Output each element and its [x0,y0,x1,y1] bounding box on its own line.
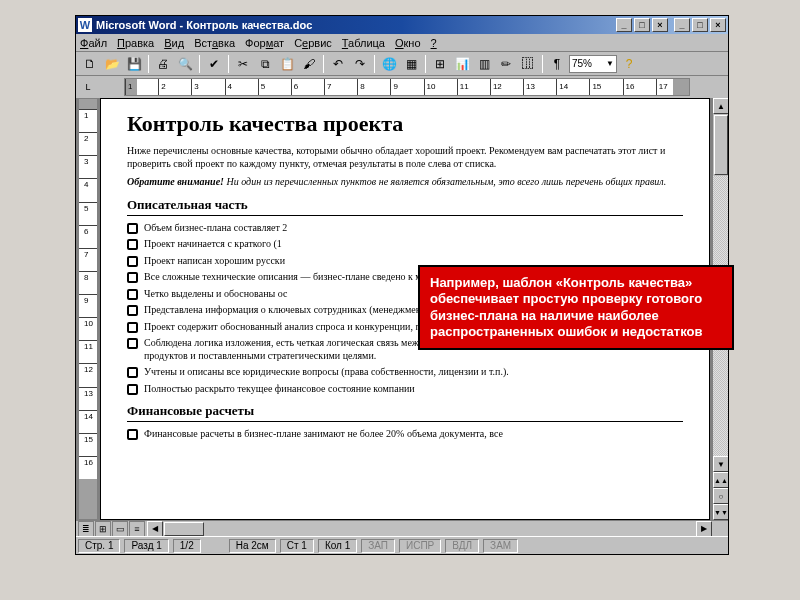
next-page-icon[interactable]: ▼▼ [713,504,728,520]
status-rec: ЗАП [361,539,395,553]
maximize-doc-button[interactable]: □ [634,18,650,32]
cut-icon[interactable]: ✂ [233,54,253,74]
doc-heading: Контроль качества проекта [127,111,683,137]
select-browse-icon[interactable]: ○ [713,488,728,504]
status-ovr: ЗАМ [483,539,518,553]
prev-page-icon[interactable]: ▲▲ [713,472,728,488]
close-doc-button[interactable]: × [652,18,668,32]
save-icon[interactable]: 💾 [124,54,144,74]
menu-window[interactable]: Окно [395,37,421,49]
hscroll-thumb[interactable] [164,522,204,536]
horizontal-scrollbar-row: ≣ ⊞ ▭ ≡ ◀ ▶ [76,520,728,536]
checklist-item: Объем бизнес-плана составляет 2 [127,222,683,235]
section-2-heading: Финансовые расчеты [127,403,683,422]
spellcheck-icon[interactable]: ✔ [204,54,224,74]
status-pages: 1/2 [173,539,201,553]
scroll-left-icon[interactable]: ◀ [147,521,163,537]
copy-icon[interactable]: ⧉ [255,54,275,74]
columns-icon[interactable]: ▥ [474,54,494,74]
tables-borders-icon[interactable]: ▦ [401,54,421,74]
section-1-heading: Описательная часть [127,197,683,216]
menu-help[interactable]: ? [431,37,437,49]
checklist-text: Проект начинается с краткого (1 [144,238,683,251]
minimize-button[interactable]: _ [674,18,690,32]
checkbox-icon[interactable] [127,289,138,300]
show-para-icon[interactable]: ¶ [547,54,567,74]
minimize-doc-button[interactable]: _ [616,18,632,32]
checkbox-icon[interactable] [127,305,138,316]
status-page: Стр. 1 [78,539,120,553]
doc-map-icon[interactable]: ⿲ [518,54,538,74]
menu-view[interactable]: Вид [164,37,184,49]
paste-icon[interactable]: 📋 [277,54,297,74]
doc-note: Обратите внимание! Ни один из перечислен… [127,176,683,189]
format-painter-icon[interactable]: 🖌 [299,54,319,74]
outline-view-icon[interactable]: ≡ [129,521,145,537]
app-title: Microsoft Word - Контроль качества.doc [96,19,312,31]
checklist-text: Учтены и описаны все юридические вопросы… [144,366,683,379]
scroll-up-icon[interactable]: ▲ [713,98,728,114]
status-section: Разд 1 [124,539,168,553]
zoom-select[interactable]: 75% ▼ [569,55,617,73]
status-line: Ст 1 [280,539,314,553]
menu-insert[interactable]: Вставка [194,37,235,49]
web-view-icon[interactable]: ⊞ [95,521,111,537]
menu-edit[interactable]: Правка [117,37,154,49]
checklist-item: Финансовые расчеты в бизнес-плане занима… [127,428,683,441]
checkbox-icon[interactable] [127,239,138,250]
checkbox-icon[interactable] [127,272,138,283]
insert-table-icon[interactable]: ⊞ [430,54,450,74]
drawing-icon[interactable]: ✏ [496,54,516,74]
menu-file[interactable]: Файл [80,37,107,49]
undo-icon[interactable]: ↶ [328,54,348,74]
scroll-thumb[interactable] [714,115,728,175]
checkbox-icon[interactable] [127,322,138,333]
print-preview-icon[interactable]: 🔍 [175,54,195,74]
status-col: Кол 1 [318,539,357,553]
standard-toolbar: 🗋 📂 💾 🖨 🔍 ✔ ✂ ⧉ 📋 🖌 ↶ ↷ 🌐 ▦ ⊞ 📊 ▥ ✏ ⿲ ¶ … [76,52,728,76]
checklist-text: Объем бизнес-плана составляет 2 [144,222,683,235]
checklist-item: Полностью раскрыто текущее финансовое со… [127,383,683,396]
menu-tools[interactable]: Сервис [294,37,332,49]
word-logo-icon: W [78,18,92,32]
vertical-ruler[interactable]: 12345678910111213141516 [78,98,98,520]
menu-table[interactable]: Таблица [342,37,385,49]
status-ext: ВДЛ [445,539,479,553]
close-button[interactable]: × [710,18,726,32]
page-view-icon[interactable]: ▭ [112,521,128,537]
checkbox-icon[interactable] [127,338,138,349]
checklist-text: Полностью раскрыто текущее финансовое со… [144,383,683,396]
chevron-down-icon: ▼ [606,59,614,68]
zoom-value: 75% [572,58,592,69]
scroll-right-icon[interactable]: ▶ [696,521,712,537]
checkbox-icon[interactable] [127,384,138,395]
new-doc-icon[interactable]: 🗋 [80,54,100,74]
checkbox-icon[interactable] [127,256,138,267]
doc-intro: Ниже перечислены основные качества, кото… [127,145,683,170]
checklist-text: Финансовые расчеты в бизнес-плане занима… [144,428,683,441]
scroll-down-icon[interactable]: ▼ [713,456,728,472]
print-icon[interactable]: 🖨 [153,54,173,74]
title-bar: W Microsoft Word - Контроль качества.doc… [76,16,728,34]
menu-format[interactable]: Формат [245,37,284,49]
redo-icon[interactable]: ↷ [350,54,370,74]
checklist-item: Проект начинается с краткого (1 [127,238,683,251]
excel-icon[interactable]: 📊 [452,54,472,74]
menu-bar: Файл Правка Вид Вставка Формат Сервис Та… [76,34,728,52]
status-at: На 2см [229,539,276,553]
annotation-callout: Например, шаблон «Контроль качества» обе… [418,265,734,350]
maximize-button[interactable]: □ [692,18,708,32]
horizontal-ruler[interactable]: 1234567891011121314151617 [124,78,690,96]
status-trk: ИСПР [399,539,441,553]
normal-view-icon[interactable]: ≣ [78,521,94,537]
help-icon[interactable]: ? [619,54,639,74]
open-icon[interactable]: 📂 [102,54,122,74]
checkbox-icon[interactable] [127,367,138,378]
checkbox-icon[interactable] [127,223,138,234]
checklist-item: Учтены и описаны все юридические вопросы… [127,366,683,379]
checkbox-icon[interactable] [127,429,138,440]
status-bar: Стр. 1 Разд 1 1/2 На 2см Ст 1 Кол 1 ЗАП … [76,536,728,554]
hyperlink-icon[interactable]: 🌐 [379,54,399,74]
